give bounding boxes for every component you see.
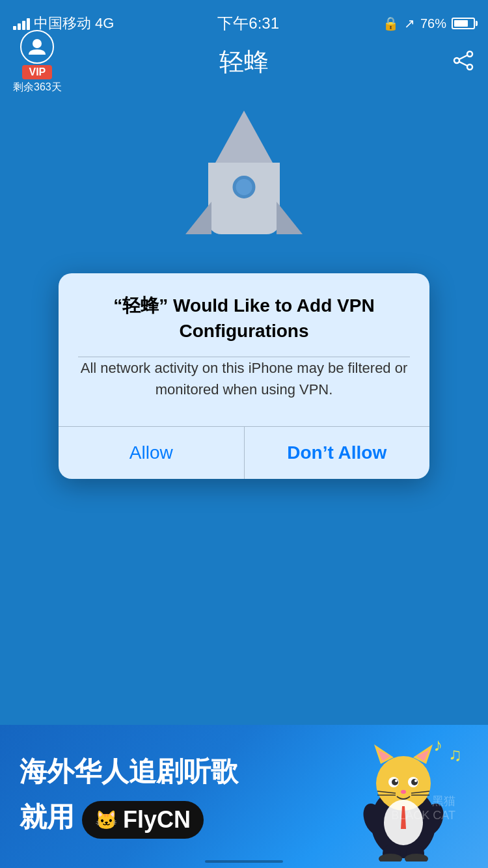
svg-point-14 (392, 779, 398, 785)
status-bar: 中国移动 4G 下午6:31 🔒 ↗ 76% (0, 0, 488, 39)
svg-point-1 (467, 51, 472, 57)
rocket-window (233, 176, 256, 198)
alert-buttons: Allow Don’t Allow (59, 427, 429, 479)
rocket-fin-left (185, 202, 211, 234)
home-indicator (205, 860, 283, 863)
avatar (20, 30, 54, 64)
svg-line-5 (459, 62, 467, 66)
dont-allow-button[interactable]: Don’t Allow (244, 427, 430, 479)
status-time: 下午6:31 (217, 13, 279, 34)
ad-banner[interactable]: 海外华人追剧听歌 就用 🐱 FlyCN ♪ ♫ (0, 725, 488, 868)
battery-percent: 76% (420, 16, 446, 31)
main-content: “轻蜂” Would Like to Add VPN Configuration… (0, 85, 488, 442)
svg-point-15 (411, 779, 418, 785)
rocket-main (208, 163, 280, 234)
rocket-fin-right (277, 202, 303, 234)
network-label: 4G (95, 15, 114, 32)
battery-icon (452, 18, 475, 29)
alert-title: “轻蜂” Would Like to Add VPN Configuration… (78, 293, 410, 344)
ad-logo-text: FlyCN (123, 806, 191, 834)
svg-point-2 (467, 64, 472, 70)
svg-point-17 (414, 780, 417, 782)
status-right: 🔒 ↗ 76% (383, 16, 475, 31)
ad-line-1: 海外华人追剧听歌 (20, 754, 338, 790)
ad-logo: 🐱 FlyCN (82, 801, 204, 839)
watermark-line2: BLACK CAT (391, 809, 455, 822)
svg-point-0 (33, 39, 42, 48)
signal-bar-3 (22, 21, 25, 30)
signal-bars (13, 17, 30, 30)
app-header: VIP 剩余363天 轻蜂 (0, 39, 488, 85)
signal-bar-4 (27, 18, 30, 30)
vip-badge: VIP (22, 65, 52, 79)
watermark-line1: 黑猫 (391, 793, 455, 809)
location-icon: ↗ (404, 16, 415, 31)
alert-message: All network activity on this iPhone may … (78, 357, 410, 400)
ad-character: ♪ ♫ (338, 731, 468, 861)
lock-icon: 🔒 (383, 16, 399, 31)
music-note-2: ♫ (448, 744, 462, 765)
rocket-body (208, 111, 280, 234)
signal-bar-2 (18, 23, 21, 30)
allow-button[interactable]: Allow (59, 427, 244, 479)
rocket-illustration (179, 98, 309, 247)
svg-point-3 (454, 58, 459, 63)
svg-point-16 (395, 780, 398, 782)
ad-text-container: 海外华人追剧听歌 就用 🐱 FlyCN (20, 754, 338, 839)
app-title: 轻蜂 (219, 46, 269, 79)
music-note-1: ♪ (433, 735, 442, 755)
alert-content: “轻蜂” Would Like to Add VPN Configuration… (59, 273, 429, 413)
share-button[interactable] (452, 49, 475, 75)
ad-line-2: 就用 (20, 800, 74, 835)
battery-fill (454, 20, 468, 27)
svg-line-4 (459, 55, 467, 59)
vpn-alert-dialog: “轻蜂” Would Like to Add VPN Configuration… (59, 273, 429, 479)
watermark: 黑猫 BLACK CAT (391, 793, 455, 822)
ad-logo-icon: 🐱 (95, 809, 118, 831)
